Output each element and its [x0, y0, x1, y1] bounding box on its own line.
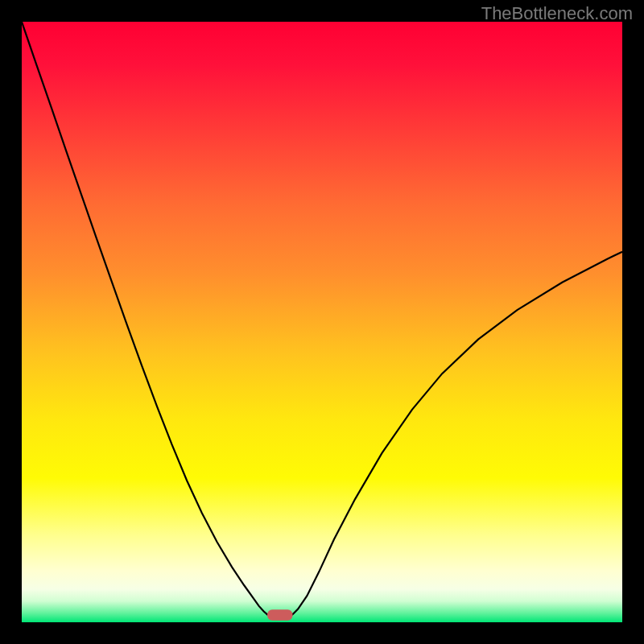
- plot-area: [22, 22, 622, 622]
- gradient-background: [22, 22, 622, 622]
- min-marker: [267, 609, 292, 620]
- chart-svg: [22, 22, 622, 622]
- chart-frame: TheBottleneck.com: [0, 0, 644, 644]
